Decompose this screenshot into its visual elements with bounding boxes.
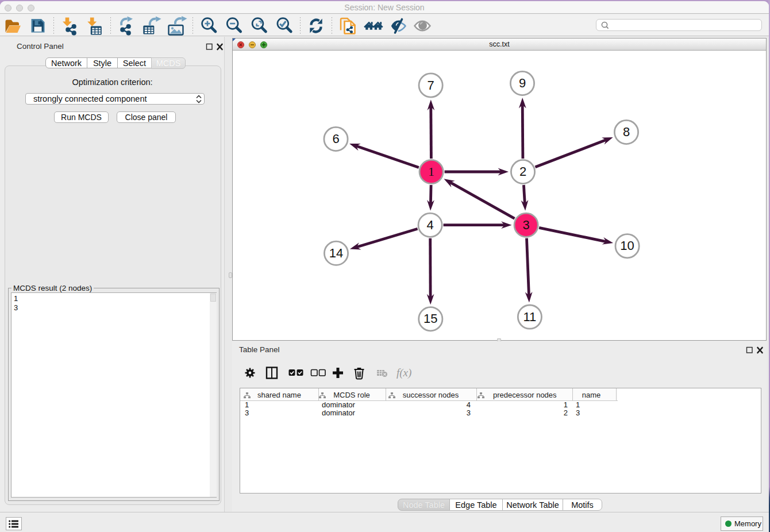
svg-text:3: 3 xyxy=(522,218,529,232)
svg-text:f(x): f(x) xyxy=(396,367,411,379)
svg-text:9: 9 xyxy=(519,76,526,90)
svg-text:4: 4 xyxy=(426,218,433,232)
svg-text:7: 7 xyxy=(427,78,434,92)
svg-text:2: 2 xyxy=(519,164,526,179)
svg-text:1: 1 xyxy=(428,164,434,179)
svg-text:10: 10 xyxy=(620,238,634,253)
svg-text:15: 15 xyxy=(424,311,437,326)
svg-text:14: 14 xyxy=(329,246,343,260)
svg-text:11: 11 xyxy=(523,310,536,324)
svg-text:8: 8 xyxy=(623,125,630,139)
svg-text:6: 6 xyxy=(332,132,339,146)
